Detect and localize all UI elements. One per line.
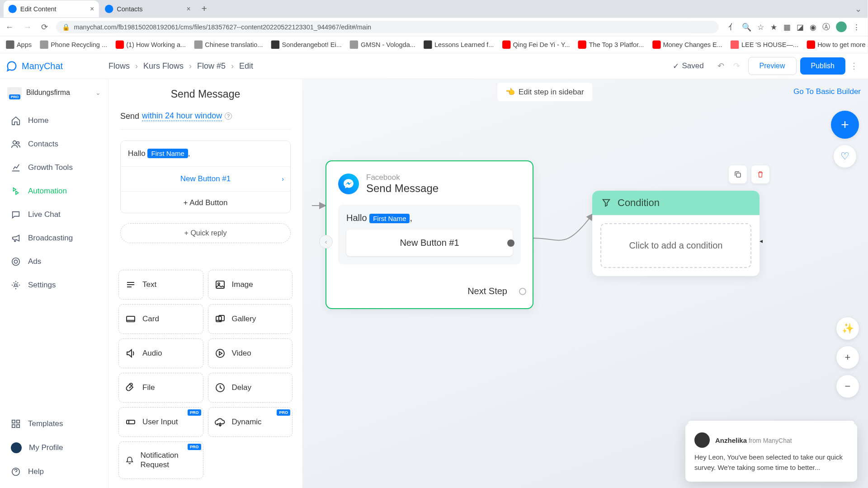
tile-label: Delay	[232, 383, 251, 392]
bookmark-item[interactable]: The Top 3 Platfor...	[578, 41, 644, 49]
sidebar-item-settings[interactable]: Settings	[0, 273, 108, 297]
more-menu-button[interactable]: ⋮	[845, 61, 863, 71]
undo-button[interactable]: ↶	[713, 61, 729, 71]
zoom-icon[interactable]: 🔍	[742, 22, 751, 31]
tab-active[interactable]: Edit Content ×	[4, 0, 99, 17]
extension-icon[interactable]: ▦	[783, 22, 791, 31]
bookmark-label: Money Changes E...	[663, 41, 722, 48]
preview-button[interactable]: Preview	[748, 57, 797, 75]
forward-button[interactable]: →	[21, 22, 33, 32]
message-button-row[interactable]: New Button #1 ›	[121, 166, 290, 191]
tile-audio[interactable]: Audio	[118, 338, 203, 368]
delete-node-button[interactable]	[751, 165, 769, 183]
translate-icon[interactable]: ⺅	[728, 21, 736, 32]
variable-pill[interactable]: First Name	[147, 149, 188, 158]
crumb-flows[interactable]: Flows	[108, 61, 130, 71]
duplicate-node-button[interactable]	[729, 165, 747, 183]
add-node-button[interactable]: +	[831, 111, 859, 139]
extension-icon[interactable]: Ⓐ	[822, 21, 830, 32]
tile-user-input[interactable]: PRO User Input	[118, 407, 203, 437]
extension-icon[interactable]: ◪	[797, 22, 804, 31]
bookmark-item[interactable]: (1) How Working a...	[116, 41, 186, 49]
condition-node[interactable]: Condition Click to add a condition	[592, 191, 760, 276]
send-window-link[interactable]: within 24 hour window	[142, 111, 222, 121]
publish-button[interactable]: Publish	[800, 57, 845, 75]
star-icon[interactable]: ☆	[757, 22, 764, 31]
sidebar-item-home[interactable]: Home	[0, 109, 108, 132]
chat-org: from ManyChat	[747, 437, 792, 444]
org-selector[interactable]: PRO Bildungsfirma ⌄	[0, 79, 108, 106]
sidebar-item-growth[interactable]: Growth Tools	[0, 156, 108, 179]
zoom-out-button[interactable]: −	[836, 375, 859, 398]
send-message-node[interactable]: ‹ Facebook Send Message Hallo First Name…	[326, 160, 533, 309]
node-message[interactable]: Hallo First Name, New Button #1	[338, 205, 521, 264]
chevron-down-icon[interactable]: ⌄	[853, 4, 864, 14]
bookmark-item[interactable]: Lessons Learned f...	[424, 41, 494, 49]
next-step[interactable]: Next Step	[338, 286, 521, 296]
output-port[interactable]	[519, 288, 526, 295]
sidebar-item-contacts[interactable]: Contacts	[0, 132, 108, 156]
bookmark-item[interactable]: LEE 'S HOUSE—...	[731, 41, 798, 49]
variable-pill[interactable]: First Name	[369, 214, 410, 223]
tile-dynamic[interactable]: PRO Dynamic	[208, 407, 293, 437]
crumb-flow-5[interactable]: Flow #5	[197, 61, 226, 71]
node-button[interactable]: New Button #1	[346, 230, 513, 256]
tab-close-icon[interactable]: ×	[187, 5, 191, 13]
sidebar-item-profile[interactable]: My Profile	[0, 436, 108, 460]
message-block[interactable]: Hallo First Name, New Button #1 › + Add …	[120, 141, 291, 213]
sidebar-item-livechat[interactable]: Live Chat	[0, 203, 108, 226]
apps-button[interactable]: Apps	[6, 41, 32, 49]
add-condition-button[interactable]: Click to add a condition	[600, 223, 751, 268]
sidebar-item-ads[interactable]: Ads	[0, 250, 108, 273]
tile-video[interactable]: Video	[208, 338, 293, 368]
tile-image[interactable]: Image	[208, 270, 293, 300]
edit-step-hint[interactable]: 👈 Edit step in sidebar	[497, 83, 592, 101]
bookmark-item[interactable]: Qing Fei De Yi - Y...	[502, 41, 570, 49]
redo-button[interactable]: ↷	[729, 61, 745, 71]
crumb-kurs-flows[interactable]: Kurs Flows	[143, 61, 184, 71]
address-bar[interactable]: 🔒 manychat.com/fb198150208192061/cms/fil…	[56, 20, 719, 33]
bookmark-item[interactable]: Phone Recycling ...	[40, 41, 107, 49]
brand-logo[interactable]: ManyChat	[5, 60, 108, 72]
tile-delay[interactable]: Delay	[208, 373, 293, 403]
message-text[interactable]: Hallo First Name,	[121, 141, 290, 166]
bookmark-item[interactable]: GMSN - Vologda...	[350, 41, 415, 49]
favorite-button[interactable]: ♡	[834, 145, 856, 168]
tile-gallery[interactable]: Gallery	[208, 304, 293, 334]
bookmark-item[interactable]: Chinese translatio...	[194, 41, 263, 49]
add-button-row[interactable]: + Add Button	[121, 191, 290, 213]
bookmark-item[interactable]: Money Changes E...	[652, 41, 722, 49]
chat-widget[interactable]: Anzhelika from ManyChat Hey Leon, You've…	[685, 423, 857, 482]
extension-icon[interactable]: ◉	[810, 22, 816, 31]
tile-notification[interactable]: PRO Notification Request	[118, 441, 203, 479]
zoom-in-button[interactable]: +	[836, 346, 859, 369]
sidebar-item-help[interactable]: Help	[0, 460, 108, 483]
magic-button[interactable]: ✨	[836, 317, 859, 340]
bookmark-item[interactable]: Sonderangebot! Ei...	[271, 41, 342, 49]
tile-file[interactable]: File	[118, 373, 203, 403]
tab-close-icon[interactable]: ×	[90, 5, 94, 13]
flow-canvas[interactable]: 👈 Edit step in sidebar Go To Basic Build…	[303, 79, 868, 488]
tile-label: User Input	[142, 418, 178, 427]
tab-inactive[interactable]: Contacts ×	[100, 0, 195, 17]
reload-button[interactable]: ⟳	[39, 22, 50, 32]
new-tab-button[interactable]: +	[197, 4, 212, 14]
tile-text[interactable]: Text	[118, 270, 203, 300]
help-icon[interactable]: ?	[225, 113, 232, 120]
menu-icon[interactable]: ⋮	[853, 22, 860, 31]
org-name: Bildungsfirma	[26, 89, 91, 97]
basic-builder-button[interactable]: Go To Basic Builder	[789, 83, 865, 101]
bookmark-item[interactable]: How to get more ...	[807, 41, 868, 49]
output-port[interactable]	[507, 239, 514, 247]
bookmark-label: Phone Recycling ...	[51, 41, 107, 48]
input-port[interactable]: ‹	[319, 235, 333, 249]
back-button[interactable]: ←	[4, 22, 15, 32]
star-filled-icon[interactable]: ★	[770, 22, 778, 31]
sidebar-item-templates[interactable]: Templates	[0, 412, 108, 436]
tile-card[interactable]: Card	[118, 304, 203, 334]
profile-icon[interactable]	[836, 21, 847, 32]
node-platform: Facebook	[366, 173, 439, 182]
quick-reply-button[interactable]: + Quick reply	[120, 223, 291, 243]
sidebar-item-automation[interactable]: Automation	[0, 179, 108, 203]
sidebar-item-broadcasting[interactable]: Broadcasting	[0, 226, 108, 250]
